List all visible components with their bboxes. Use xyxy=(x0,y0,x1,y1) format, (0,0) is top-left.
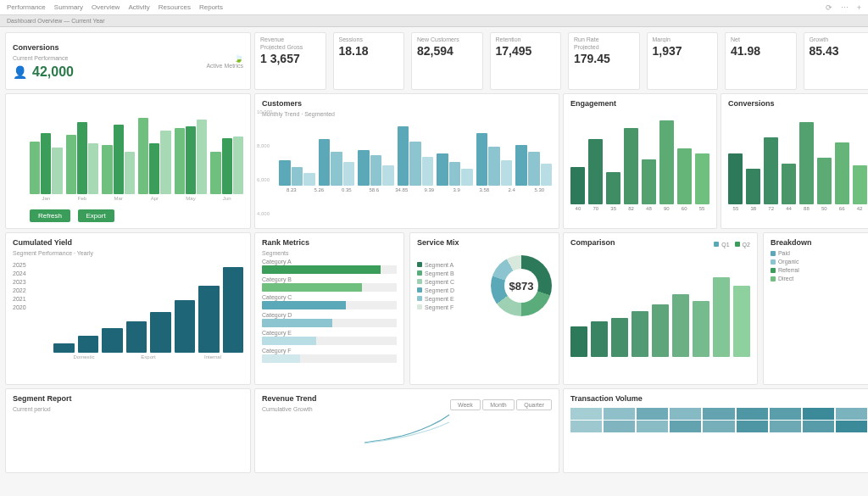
line-chart xyxy=(262,412,552,446)
toolbar-icon[interactable]: ⟳ xyxy=(826,3,832,12)
kpi-card[interactable]: New Customers82,594 xyxy=(411,32,483,90)
chart-revenue-trend: Revenue Trend Cumulative Growth Week Mon… xyxy=(254,388,559,473)
toolbar-icon[interactable]: ⋯ xyxy=(841,3,849,12)
panel-bottom-left: Segment Report Current period xyxy=(5,388,251,473)
chart-title: Revenue Trend xyxy=(262,394,317,403)
chart-subtitle: Segments xyxy=(262,250,397,256)
export-button[interactable]: Export xyxy=(78,209,114,222)
row3-right: Comparison Q1 Q2 Breakdown PaidOrganicRe… xyxy=(563,232,868,385)
chart-progress: Rank Metrics Segments Category ACategory… xyxy=(254,232,404,385)
chart-subtitle: Cumulative Growth xyxy=(262,406,317,412)
top-tab-bar: Performance Summary Overview Activity Re… xyxy=(0,0,868,15)
chart-steps: Cumulated Yield Segment Performance · Ye… xyxy=(5,232,251,385)
chart-title: Conversions xyxy=(728,99,867,108)
donut-center: $873 xyxy=(491,250,552,321)
chart-right-pair: Engagement 4070358248906055 Conversions … xyxy=(563,93,868,229)
refresh-button[interactable]: Refresh xyxy=(30,209,70,222)
chart-subtitle: Monthly Trend · Segmented xyxy=(262,111,552,117)
kpi-value: 42,000 xyxy=(32,64,74,80)
kpi-card[interactable]: Run RateProjected179.45 xyxy=(568,32,640,90)
tab-item[interactable]: Resources xyxy=(159,3,191,11)
breadcrumb: Dashboard Overview — Current Year xyxy=(7,18,105,24)
tab-item[interactable]: Performance xyxy=(7,3,46,11)
chart-teal-clustered: Customers Monthly Trend · Segmented 10,0… xyxy=(254,93,559,229)
tab-item[interactable]: Summary xyxy=(54,3,83,11)
legend-item: Q2 xyxy=(743,242,750,248)
chart-subtitle: Segment Performance · Yearly xyxy=(13,250,243,256)
chart-green-clustered: JanFebMarAprMayJun Refresh Export xyxy=(5,93,251,229)
kpi-sub: Current Performance xyxy=(13,55,74,61)
chart-engagement: Engagement 4070358248906055 xyxy=(563,93,717,229)
chart-mini-green: Comparison Q1 Q2 xyxy=(563,232,758,385)
kpi-card[interactable]: Retention17,495 xyxy=(490,32,562,90)
toolbar-icon[interactable]: + xyxy=(857,3,861,12)
kpi-card[interactable]: Net41.98 xyxy=(725,32,797,90)
chart-title: Rank Metrics xyxy=(262,238,397,247)
legend-item: Q1 xyxy=(721,242,729,248)
tab-item[interactable]: Activity xyxy=(128,3,149,11)
tab-week[interactable]: Week xyxy=(450,399,481,410)
tab-item[interactable]: Overview xyxy=(92,3,120,11)
chart-title: Comparison xyxy=(570,238,615,247)
chart-conversions: Conversions 5538724488506642 xyxy=(721,93,868,229)
side-legend: Breakdown PaidOrganicReferralDirect xyxy=(763,232,868,385)
chart-title: Service Mix xyxy=(417,238,552,247)
chart-heatmap: Transaction Volume xyxy=(563,388,868,473)
kpi-title: Conversions xyxy=(13,43,74,52)
chart-title: Customers xyxy=(262,99,552,108)
leaf-icon: 🍃 xyxy=(234,54,243,63)
kpi-badge: Active Metrics xyxy=(81,63,243,69)
tab-quarter[interactable]: Quarter xyxy=(516,399,552,410)
kpi-card[interactable]: RevenueProjected Gross1 3,657 xyxy=(254,32,326,90)
chart-donut: Service Mix Segment ASegment BSegment CS… xyxy=(409,232,559,385)
kpi-card[interactable]: Growth85.43 xyxy=(804,32,869,90)
tab-item[interactable]: Reports xyxy=(199,3,223,11)
kpi-card[interactable]: Margin1,937 xyxy=(647,32,719,90)
chart-title: Transaction Volume xyxy=(570,394,867,403)
breadcrumb-bar: Dashboard Overview — Current Year xyxy=(0,15,868,27)
panel-title: Breakdown xyxy=(771,238,867,247)
kpi-strip: RevenueProjected Gross1 3,657Sessions18.… xyxy=(254,32,868,90)
kpi-primary: Conversions Current Performance 👤 42,000… xyxy=(5,32,251,90)
user-icon: 👤 xyxy=(13,65,27,79)
chart-title: Cumulated Yield xyxy=(13,238,243,247)
tab-month[interactable]: Month xyxy=(482,399,514,410)
chart-title: Engagement xyxy=(570,99,709,108)
panel-title: Segment Report xyxy=(13,394,243,403)
panel-sub: Current period xyxy=(13,406,243,412)
row3-mid: Rank Metrics Segments Category ACategory… xyxy=(254,232,559,385)
kpi-card[interactable]: Sessions18.18 xyxy=(333,32,405,90)
